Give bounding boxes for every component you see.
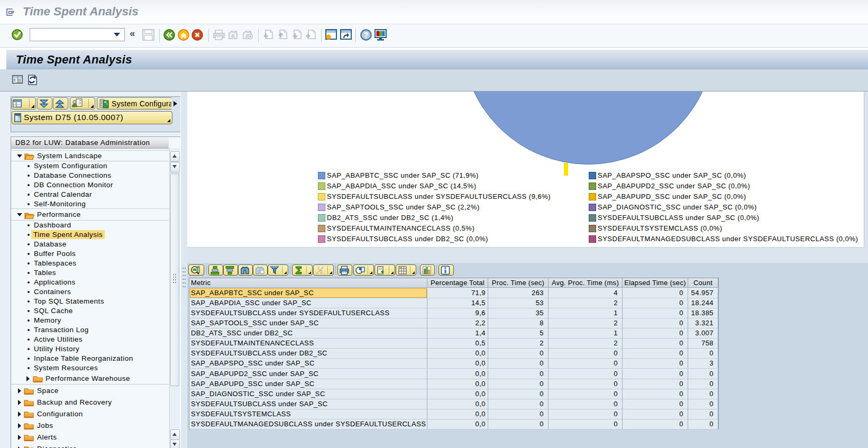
- svg-text:?: ?: [364, 31, 369, 39]
